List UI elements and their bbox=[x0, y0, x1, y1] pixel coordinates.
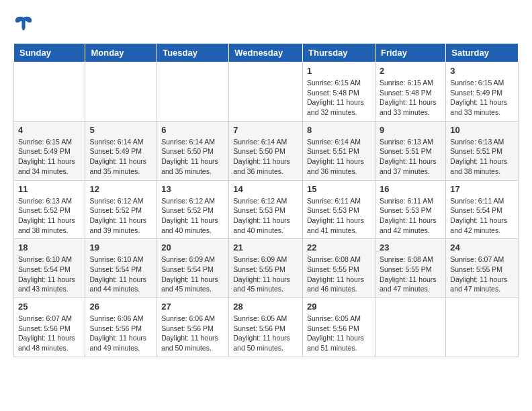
calendar-cell: 8Sunrise: 6:14 AM Sunset: 5:51 PM Daylig… bbox=[303, 121, 375, 180]
calendar-cell: 7Sunrise: 6:14 AM Sunset: 5:50 PM Daylig… bbox=[229, 121, 303, 180]
day-number: 29 bbox=[307, 302, 371, 312]
calendar-cell: 26Sunrise: 6:06 AM Sunset: 5:56 PM Dayli… bbox=[85, 298, 157, 357]
day-number: 21 bbox=[233, 242, 298, 253]
day-number: 3 bbox=[450, 66, 514, 76]
day-info: Sunrise: 6:06 AM Sunset: 5:56 PM Dayligh… bbox=[89, 314, 152, 353]
day-info: Sunrise: 6:14 AM Sunset: 5:49 PM Dayligh… bbox=[89, 137, 152, 177]
day-info: Sunrise: 6:07 AM Sunset: 5:56 PM Dayligh… bbox=[18, 314, 81, 353]
day-number: 23 bbox=[380, 242, 441, 253]
calendar-cell: 15Sunrise: 6:11 AM Sunset: 5:53 PM Dayli… bbox=[303, 180, 375, 239]
day-info: Sunrise: 6:11 AM Sunset: 5:53 PM Dayligh… bbox=[380, 196, 441, 236]
day-info: Sunrise: 6:12 AM Sunset: 5:52 PM Dayligh… bbox=[89, 196, 152, 236]
calendar-cell: 11Sunrise: 6:13 AM Sunset: 5:52 PM Dayli… bbox=[14, 180, 85, 239]
day-info: Sunrise: 6:12 AM Sunset: 5:53 PM Dayligh… bbox=[233, 196, 298, 236]
day-number: 27 bbox=[161, 302, 224, 312]
day-number: 25 bbox=[18, 302, 81, 312]
calendar-cell: 22Sunrise: 6:08 AM Sunset: 5:55 PM Dayli… bbox=[303, 239, 375, 298]
day-info: Sunrise: 6:11 AM Sunset: 5:54 PM Dayligh… bbox=[450, 196, 514, 236]
day-info: Sunrise: 6:15 AM Sunset: 5:49 PM Dayligh… bbox=[450, 78, 514, 118]
day-number: 24 bbox=[450, 242, 514, 253]
day-info: Sunrise: 6:05 AM Sunset: 5:56 PM Dayligh… bbox=[233, 314, 298, 353]
day-info: Sunrise: 6:13 AM Sunset: 5:51 PM Dayligh… bbox=[380, 137, 441, 177]
calendar-cell bbox=[375, 298, 445, 357]
col-header-wednesday: Wednesday bbox=[229, 44, 303, 62]
calendar-cell: 18Sunrise: 6:10 AM Sunset: 5:54 PM Dayli… bbox=[14, 239, 85, 298]
page-header bbox=[13, 13, 519, 36]
day-number: 10 bbox=[450, 125, 514, 135]
day-number: 8 bbox=[307, 125, 371, 135]
col-header-sunday: Sunday bbox=[14, 44, 85, 62]
day-info: Sunrise: 6:15 AM Sunset: 5:48 PM Dayligh… bbox=[307, 78, 371, 118]
calendar-cell bbox=[85, 62, 157, 122]
calendar-cell: 20Sunrise: 6:09 AM Sunset: 5:54 PM Dayli… bbox=[157, 239, 229, 298]
calendar-cell: 10Sunrise: 6:13 AM Sunset: 5:51 PM Dayli… bbox=[446, 121, 519, 180]
day-number: 16 bbox=[380, 184, 441, 194]
day-number: 5 bbox=[89, 125, 152, 135]
col-header-monday: Monday bbox=[85, 44, 157, 62]
day-info: Sunrise: 6:10 AM Sunset: 5:54 PM Dayligh… bbox=[89, 255, 152, 294]
calendar-cell: 5Sunrise: 6:14 AM Sunset: 5:49 PM Daylig… bbox=[85, 121, 157, 180]
calendar-cell: 9Sunrise: 6:13 AM Sunset: 5:51 PM Daylig… bbox=[375, 121, 445, 180]
day-number: 20 bbox=[161, 242, 224, 253]
calendar-week-4: 18Sunrise: 6:10 AM Sunset: 5:54 PM Dayli… bbox=[14, 239, 519, 298]
logo bbox=[13, 13, 36, 36]
calendar-week-2: 4Sunrise: 6:15 AM Sunset: 5:49 PM Daylig… bbox=[14, 121, 519, 180]
day-number: 6 bbox=[161, 125, 224, 135]
calendar-cell: 14Sunrise: 6:12 AM Sunset: 5:53 PM Dayli… bbox=[229, 180, 303, 239]
day-info: Sunrise: 6:09 AM Sunset: 5:55 PM Dayligh… bbox=[233, 255, 298, 294]
calendar-cell: 4Sunrise: 6:15 AM Sunset: 5:49 PM Daylig… bbox=[14, 121, 85, 180]
calendar-cell: 6Sunrise: 6:14 AM Sunset: 5:50 PM Daylig… bbox=[157, 121, 229, 180]
day-number: 19 bbox=[89, 242, 152, 253]
logo-icon bbox=[13, 13, 34, 34]
col-header-tuesday: Tuesday bbox=[157, 44, 229, 62]
calendar-cell: 27Sunrise: 6:06 AM Sunset: 5:56 PM Dayli… bbox=[157, 298, 229, 357]
day-number: 17 bbox=[450, 184, 514, 194]
day-info: Sunrise: 6:10 AM Sunset: 5:54 PM Dayligh… bbox=[18, 255, 81, 294]
day-info: Sunrise: 6:05 AM Sunset: 5:56 PM Dayligh… bbox=[307, 314, 371, 353]
calendar-cell: 12Sunrise: 6:12 AM Sunset: 5:52 PM Dayli… bbox=[85, 180, 157, 239]
day-number: 4 bbox=[18, 125, 81, 135]
calendar-week-1: 1Sunrise: 6:15 AM Sunset: 5:48 PM Daylig… bbox=[14, 62, 519, 122]
calendar-week-3: 11Sunrise: 6:13 AM Sunset: 5:52 PM Dayli… bbox=[14, 180, 519, 239]
calendar-cell: 23Sunrise: 6:08 AM Sunset: 5:55 PM Dayli… bbox=[375, 239, 445, 298]
day-info: Sunrise: 6:15 AM Sunset: 5:48 PM Dayligh… bbox=[380, 78, 441, 118]
calendar-cell: 3Sunrise: 6:15 AM Sunset: 5:49 PM Daylig… bbox=[446, 62, 519, 122]
col-header-saturday: Saturday bbox=[446, 44, 519, 62]
day-info: Sunrise: 6:13 AM Sunset: 5:52 PM Dayligh… bbox=[18, 196, 81, 236]
day-number: 22 bbox=[307, 242, 371, 253]
calendar-cell bbox=[229, 62, 303, 122]
day-number: 11 bbox=[18, 184, 81, 194]
day-number: 13 bbox=[161, 184, 224, 194]
calendar-cell bbox=[14, 62, 85, 122]
day-number: 15 bbox=[307, 184, 371, 194]
col-header-thursday: Thursday bbox=[303, 44, 375, 62]
calendar-cell: 25Sunrise: 6:07 AM Sunset: 5:56 PM Dayli… bbox=[14, 298, 85, 357]
day-number: 26 bbox=[89, 302, 152, 312]
calendar-cell: 16Sunrise: 6:11 AM Sunset: 5:53 PM Dayli… bbox=[375, 180, 445, 239]
day-info: Sunrise: 6:14 AM Sunset: 5:51 PM Dayligh… bbox=[307, 137, 371, 177]
calendar-cell bbox=[446, 298, 519, 357]
day-number: 7 bbox=[233, 125, 298, 135]
day-info: Sunrise: 6:09 AM Sunset: 5:54 PM Dayligh… bbox=[161, 255, 224, 294]
day-info: Sunrise: 6:07 AM Sunset: 5:55 PM Dayligh… bbox=[450, 255, 514, 294]
day-number: 1 bbox=[307, 66, 371, 76]
day-number: 18 bbox=[18, 242, 81, 253]
calendar-header: SundayMondayTuesdayWednesdayThursdayFrid… bbox=[14, 44, 519, 62]
calendar-cell: 19Sunrise: 6:10 AM Sunset: 5:54 PM Dayli… bbox=[85, 239, 157, 298]
calendar-cell: 2Sunrise: 6:15 AM Sunset: 5:48 PM Daylig… bbox=[375, 62, 445, 122]
calendar-cell bbox=[157, 62, 229, 122]
day-info: Sunrise: 6:06 AM Sunset: 5:56 PM Dayligh… bbox=[161, 314, 224, 353]
day-info: Sunrise: 6:15 AM Sunset: 5:49 PM Dayligh… bbox=[18, 137, 81, 177]
day-info: Sunrise: 6:12 AM Sunset: 5:52 PM Dayligh… bbox=[161, 196, 224, 236]
day-info: Sunrise: 6:08 AM Sunset: 5:55 PM Dayligh… bbox=[380, 255, 441, 294]
day-info: Sunrise: 6:14 AM Sunset: 5:50 PM Dayligh… bbox=[233, 137, 298, 177]
calendar-cell: 29Sunrise: 6:05 AM Sunset: 5:56 PM Dayli… bbox=[303, 298, 375, 357]
col-header-friday: Friday bbox=[375, 44, 445, 62]
calendar-cell: 21Sunrise: 6:09 AM Sunset: 5:55 PM Dayli… bbox=[229, 239, 303, 298]
day-info: Sunrise: 6:11 AM Sunset: 5:53 PM Dayligh… bbox=[307, 196, 371, 236]
day-number: 14 bbox=[233, 184, 298, 194]
calendar-cell: 13Sunrise: 6:12 AM Sunset: 5:52 PM Dayli… bbox=[157, 180, 229, 239]
calendar-week-5: 25Sunrise: 6:07 AM Sunset: 5:56 PM Dayli… bbox=[14, 298, 519, 357]
day-number: 2 bbox=[380, 66, 441, 76]
day-number: 9 bbox=[380, 125, 441, 135]
